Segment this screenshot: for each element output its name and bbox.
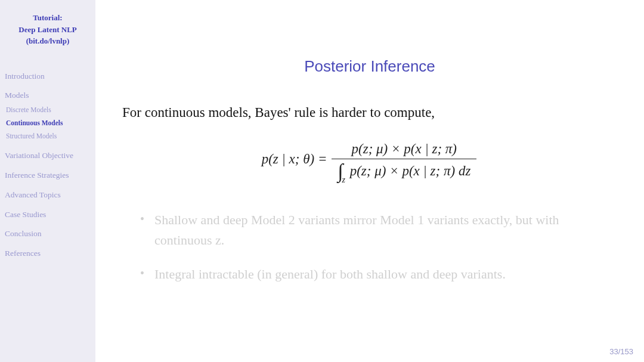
nav-inference[interactable]: Inference Strategies [5, 169, 91, 181]
nav-sub-continuous[interactable]: Continuous Models [6, 118, 91, 128]
nav-conclusion[interactable]: Conclusion [5, 228, 91, 240]
main-slide: Posterior Inference For continuous model… [95, 0, 644, 362]
nav-sub-structured[interactable]: Structured Models [6, 131, 91, 141]
bullet-2: Integral intractable (in general) for bo… [140, 264, 617, 284]
eq-numerator: p(z; μ) × p(x | z; π) [332, 140, 476, 159]
sidebar-title: Tutorial: Deep Latent NLP (bit.do/lvnlp) [5, 12, 91, 47]
sidebar: Tutorial: Deep Latent NLP (bit.do/lvnlp)… [0, 0, 95, 362]
eq-fraction: p(z; μ) × p(x | z; π) ∫z p(z; μ) × p(x |… [332, 140, 476, 180]
eq-den-expr: p(z; μ) × p(x | z; π) dz [350, 163, 471, 178]
title-line3: (bit.do/lvnlp) [5, 35, 91, 47]
page-number: 33/153 [609, 347, 633, 356]
nav-advanced[interactable]: Advanced Topics [5, 190, 91, 201]
slide-title: Posterior Inference [122, 57, 617, 76]
equation: p(z | x; θ) = p(z; μ) × p(x | z; π) ∫z p… [122, 140, 617, 180]
title-line2: Deep Latent NLP [5, 24, 91, 36]
nav-case-studies[interactable]: Case Studies [5, 209, 91, 221]
nav-references[interactable]: References [5, 248, 91, 259]
nav-models[interactable]: Models [5, 90, 91, 101]
bullet-1: Shallow and deep Model 2 variants mirror… [140, 210, 617, 250]
title-line1: Tutorial: [5, 12, 91, 24]
nav-variational[interactable]: Variational Objective [5, 150, 91, 162]
eq-denominator: ∫z p(z; μ) × p(x | z; π) dz [332, 159, 476, 180]
nav-introduction[interactable]: Introduction [5, 71, 91, 82]
integral-sub: z [342, 175, 345, 184]
dimmed-bullets: Shallow and deep Model 2 variants mirror… [122, 210, 617, 284]
nav-sub-discrete[interactable]: Discrete Models [6, 105, 91, 115]
eq-lhs: p(z | x; θ) = [262, 151, 327, 166]
lead-text: For continuous models, Bayes' rule is ha… [122, 103, 617, 122]
